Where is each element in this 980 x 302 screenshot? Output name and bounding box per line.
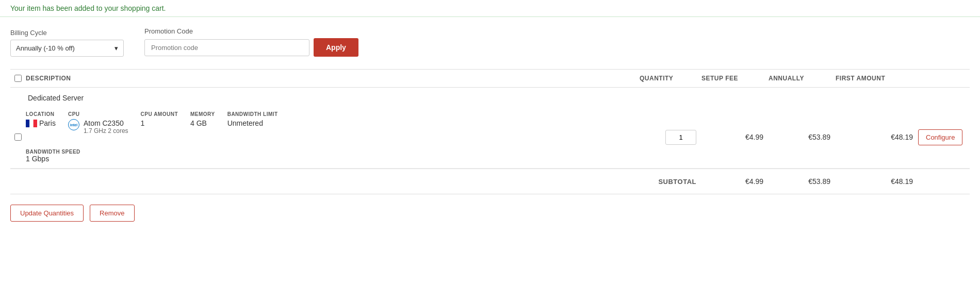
subtotal-first-amount: €48.19 bbox=[836, 177, 918, 186]
bandwidth-speed-label: BANDWIDTH SPEED bbox=[26, 149, 640, 155]
cpu-spec: 1.7 GHz 2 cores bbox=[84, 127, 128, 135]
row-checkbox[interactable] bbox=[14, 133, 22, 141]
promotion-code-group: Promotion Code Apply bbox=[144, 27, 358, 57]
bandwidth-limit-block: BANDWIDTH LIMIT Unmetered bbox=[227, 111, 278, 127]
table-header: DESCRIPTION QUANTITY SETUP FEE ANNUALLY … bbox=[10, 69, 970, 88]
quantity-cell: 1 bbox=[640, 130, 701, 145]
product-description: LOCATION Paris CPU bbox=[26, 111, 640, 163]
cart-table: DESCRIPTION QUANTITY SETUP FEE ANNUALLY … bbox=[10, 69, 970, 194]
cpu-block: CPU intel Atom C2350 1.7 GHz 2 cores bbox=[68, 111, 128, 135]
subtotal-annually: €53.89 bbox=[769, 177, 836, 186]
location-name: Paris bbox=[39, 119, 56, 127]
quantity-input[interactable]: 1 bbox=[665, 130, 696, 145]
subtotal-setup-fee: €4.99 bbox=[701, 177, 769, 186]
cpu-amount-value: 1 bbox=[141, 119, 178, 127]
apply-button[interactable]: Apply bbox=[314, 38, 358, 57]
section-title: Dedicated Server bbox=[10, 88, 970, 106]
header-checkbox-cell bbox=[10, 75, 26, 82]
memory-block: MEMORY 4 GB bbox=[190, 111, 215, 127]
promotion-code-label: Promotion Code bbox=[144, 27, 358, 35]
cpu-label: CPU bbox=[68, 111, 128, 117]
bandwidth-limit-label: BANDWIDTH LIMIT bbox=[227, 111, 278, 117]
svg-rect-2 bbox=[34, 120, 37, 127]
row-checkbox-cell bbox=[10, 133, 26, 141]
col-description: DESCRIPTION bbox=[26, 75, 640, 82]
cpu-value: intel Atom C2350 1.7 GHz 2 cores bbox=[68, 119, 128, 135]
intel-icon: intel bbox=[68, 119, 79, 130]
actions-row: Update Quantities Remove bbox=[10, 194, 970, 232]
svg-rect-1 bbox=[29, 120, 33, 127]
memory-value: 4 GB bbox=[190, 119, 215, 127]
table-row: LOCATION Paris CPU bbox=[10, 106, 970, 169]
top-controls: Billing Cycle Annually (-10 % off) ▾ Pro… bbox=[10, 27, 970, 57]
col-quantity: QUANTITY bbox=[640, 75, 701, 82]
memory-label: MEMORY bbox=[190, 111, 215, 117]
location-block: LOCATION Paris bbox=[26, 111, 56, 127]
first-amount-cell: €48.19 bbox=[836, 133, 918, 141]
col-setup-fee: SETUP FEE bbox=[701, 75, 769, 82]
billing-cycle-value: Annually (-10 % off) bbox=[16, 44, 75, 52]
configure-button[interactable]: Configure bbox=[918, 129, 962, 145]
bandwidth-speed-block: BANDWIDTH SPEED 1 Gbps bbox=[26, 149, 640, 163]
chevron-down-icon: ▾ bbox=[115, 44, 118, 52]
update-quantities-button[interactable]: Update Quantities bbox=[10, 205, 84, 222]
location-value: Paris bbox=[26, 119, 56, 127]
svg-rect-0 bbox=[26, 120, 29, 127]
billing-cycle-label: Billing Cycle bbox=[10, 29, 124, 37]
annually-cell: €53.89 bbox=[769, 133, 836, 141]
setup-fee-cell: €4.99 bbox=[701, 133, 769, 141]
col-first-amount: FIRST AMOUNT bbox=[836, 75, 918, 82]
configure-cell: Configure bbox=[918, 129, 970, 145]
subtotal-row: SUBTOTAL €4.99 €53.89 €48.19 bbox=[10, 169, 970, 194]
banner-message: Your item has been added to your shoppin… bbox=[10, 4, 166, 12]
col-annually: ANNUALLY bbox=[769, 75, 836, 82]
cpu-name: Atom C2350 bbox=[84, 119, 128, 127]
location-label: LOCATION bbox=[26, 111, 56, 117]
france-flag-icon bbox=[26, 120, 37, 127]
promotion-code-input[interactable] bbox=[144, 39, 309, 56]
cpu-amount-block: CPU AMOUNT 1 bbox=[141, 111, 178, 127]
remove-button[interactable]: Remove bbox=[90, 205, 134, 222]
cart-banner: Your item has been added to your shoppin… bbox=[0, 0, 980, 17]
billing-cycle-select[interactable]: Annually (-10 % off) ▾ bbox=[10, 40, 124, 57]
subtotal-label: SUBTOTAL bbox=[640, 178, 701, 186]
bandwidth-limit-value: Unmetered bbox=[227, 119, 278, 127]
header-checkbox[interactable] bbox=[14, 75, 22, 82]
bandwidth-speed-value: 1 Gbps bbox=[26, 155, 640, 163]
billing-cycle-group: Billing Cycle Annually (-10 % off) ▾ bbox=[10, 29, 124, 57]
cpu-amount-label: CPU AMOUNT bbox=[141, 111, 178, 117]
